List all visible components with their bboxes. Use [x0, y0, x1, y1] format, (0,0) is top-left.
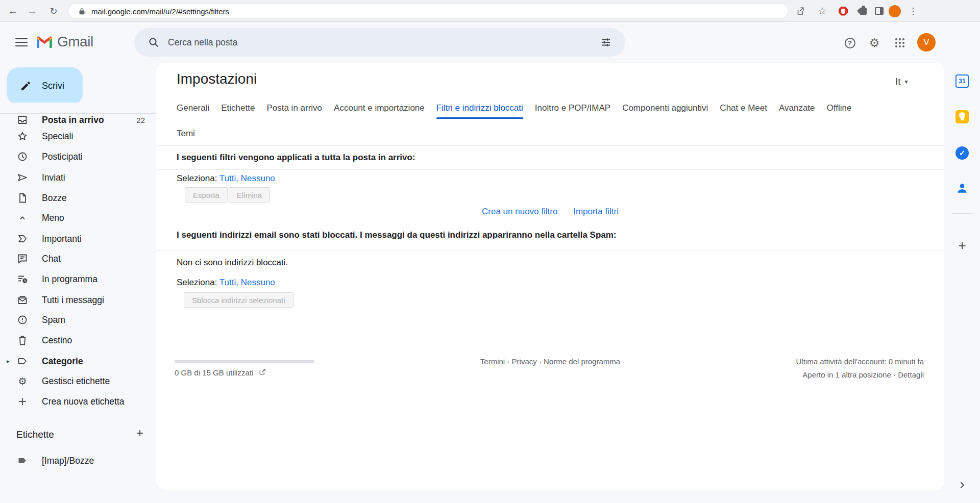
- storage-usage-text: 0 GB di 15 GB utilizzati: [175, 368, 253, 377]
- sidebar-item-snoozed[interactable]: Posticipati: [0, 146, 156, 167]
- settings-gear-icon[interactable]: ⚙: [868, 36, 881, 49]
- unblock-selected-button[interactable]: Sblocca indirizzi selezionati: [184, 292, 293, 308]
- sidebar-item-categories[interactable]: ▸ Categorie: [0, 351, 156, 371]
- sidebar-item-create-label[interactable]: + Crea nuova etichetta: [0, 391, 156, 412]
- browser-address-bar[interactable]: mail.google.com/mail/u/2/#settings/filte…: [68, 3, 789, 19]
- browser-toolbar: ← → ↻ mail.google.com/mail/u/2/#settings…: [0, 0, 980, 22]
- browser-reload-icon[interactable]: ↻: [46, 0, 61, 22]
- settings-tabs: Generali Etichette Posta in arrivo Accou…: [177, 97, 851, 119]
- share-icon[interactable]: [792, 0, 807, 22]
- lock-icon[interactable]: [78, 7, 86, 18]
- tab-offline[interactable]: Offline: [827, 97, 852, 119]
- sidebar-item-spam[interactable]: Spam: [0, 310, 156, 330]
- input-tools-button[interactable]: It ▾: [895, 76, 908, 87]
- search-filters-tune-icon[interactable]: [600, 36, 612, 51]
- browser-forward-icon[interactable]: →: [24, 0, 40, 22]
- tab-chat-e-meet[interactable]: Chat e Meet: [720, 97, 767, 119]
- draft-file-icon: [16, 192, 29, 204]
- select-none-link[interactable]: Nessuno: [241, 278, 275, 287]
- sidebar-item-less[interactable]: Meno: [0, 208, 156, 228]
- bookmark-star-icon[interactable]: ☆: [815, 0, 830, 22]
- tasks-icon[interactable]: ✓: [955, 146, 969, 160]
- tab-account-importazione[interactable]: Account e importazione: [334, 97, 425, 119]
- spam-report-icon: [16, 314, 29, 326]
- label-tag-icon: [16, 355, 29, 367]
- details-link[interactable]: Dettagli: [898, 370, 924, 379]
- terms-link[interactable]: Termini: [480, 357, 505, 366]
- main-menu-icon[interactable]: [15, 36, 28, 48]
- help-icon[interactable]: ?: [843, 36, 856, 49]
- side-panel-toggle-icon[interactable]: [871, 0, 887, 22]
- blocked-select-row: Seleziona: Tutti, Nessuno: [177, 278, 275, 288]
- sidebar: Scrivi Posta in arrivo 22 Speciali: [0, 63, 156, 503]
- tab-generali[interactable]: Generali: [177, 97, 209, 119]
- star-icon: [16, 130, 29, 142]
- search-bar: [134, 28, 625, 57]
- privacy-link[interactable]: Privacy: [512, 357, 537, 366]
- no-blocked-addresses-text: Non ci sono indirizzi bloccati.: [177, 258, 288, 268]
- tab-temi[interactable]: Temi: [177, 123, 195, 144]
- select-all-link[interactable]: Tutti,: [219, 278, 238, 287]
- keep-icon[interactable]: [955, 110, 969, 123]
- pencil-icon: [19, 80, 32, 92]
- inbox-icon: [16, 114, 29, 126]
- tab-avanzate[interactable]: Avanzate: [779, 97, 815, 119]
- sidebar-item-trash[interactable]: Cestino: [0, 330, 156, 350]
- sidebar-item-chat[interactable]: Chat: [0, 248, 156, 269]
- external-link-icon[interactable]: [258, 368, 266, 378]
- import-filters-link[interactable]: Importa filtri: [573, 207, 619, 216]
- create-filter-link[interactable]: Crea un nuovo filtro: [482, 207, 557, 216]
- tab-etichette[interactable]: Etichette: [221, 97, 255, 119]
- side-panel-collapse-chevron-icon[interactable]: [955, 479, 969, 492]
- tab-inoltro-pop-imap[interactable]: Inoltro e POP/IMAP: [535, 97, 610, 119]
- sidebar-item-scheduled[interactable]: In programma: [0, 269, 156, 289]
- delete-button[interactable]: Elimina: [229, 187, 270, 203]
- account-avatar[interactable]: V: [917, 33, 936, 52]
- export-button[interactable]: Esporta: [185, 187, 228, 203]
- gmail-logo-icon[interactable]: [36, 35, 53, 51]
- tab-filtri-indirizzi-bloccati[interactable]: Filtri e indirizzi bloccati: [436, 97, 523, 119]
- all-mail-envelope-icon: [16, 294, 29, 306]
- get-addons-plus-icon[interactable]: +: [955, 239, 969, 252]
- browser-menu-icon[interactable]: ⋮: [905, 0, 921, 22]
- extensions-puzzle-icon[interactable]: [855, 0, 871, 22]
- clock-icon: [16, 150, 29, 163]
- filter-action-links: Crea un nuovo filtro Importa filtri: [156, 207, 944, 217]
- sidebar-item-drafts[interactable]: Bozze: [0, 188, 156, 208]
- program-policies-link[interactable]: Norme del programma: [544, 357, 620, 366]
- active-tab-underline: [436, 117, 523, 119]
- tab-posta-in-arrivo[interactable]: Posta in arrivo: [266, 97, 322, 119]
- search-input[interactable]: [168, 28, 576, 57]
- select-all-link[interactable]: Tutti,: [219, 173, 238, 183]
- adblock-extension-icon[interactable]: [836, 0, 851, 22]
- google-apps-grid-icon[interactable]: [893, 36, 906, 49]
- compose-label: Scrivi: [42, 81, 64, 91]
- sidebar-scroll-cover: [0, 103, 156, 113]
- contacts-icon[interactable]: [955, 182, 969, 195]
- last-account-activity: Ultima attività dell'account: 0 minuti f…: [796, 357, 924, 366]
- filters-select-row: Seleziona: Tutti, Nessuno: [177, 173, 275, 184]
- sidebar-item-starred[interactable]: Speciali: [0, 126, 156, 146]
- browser-profile-avatar[interactable]: [887, 0, 902, 22]
- send-icon: [16, 171, 29, 184]
- expand-caret-icon[interactable]: ▸: [7, 358, 10, 365]
- gmail-settings-screen: ← → ↻ mail.google.com/mail/u/2/#settings…: [0, 0, 980, 503]
- sidebar-item-important[interactable]: Importanti: [0, 229, 156, 249]
- compose-button[interactable]: Scrivi: [7, 67, 83, 105]
- tab-componenti-aggiuntivi[interactable]: Componenti aggiuntivi: [622, 97, 708, 119]
- sidebar-item-all-mail[interactable]: Tutti i messaggi: [0, 290, 156, 310]
- sidebar-item-manage-labels[interactable]: ⚙ Gestisci etichette: [0, 371, 156, 391]
- chevron-down-icon: ▾: [905, 78, 908, 85]
- select-label: Seleziona:: [177, 173, 217, 183]
- label-filled-icon: [16, 455, 29, 467]
- calendar-icon[interactable]: 31: [955, 74, 969, 88]
- browser-back-icon[interactable]: ←: [5, 0, 20, 22]
- sidebar-item-imap-bozze[interactable]: [Imap]/Bozze: [0, 450, 156, 471]
- select-none-link[interactable]: Nessuno: [241, 173, 275, 183]
- add-label-plus-icon[interactable]: +: [133, 426, 147, 440]
- url-text: mail.google.com/mail/u/2/#settings/filte…: [91, 7, 229, 16]
- sidebar-item-sent[interactable]: Inviati: [0, 167, 156, 188]
- gmail-wordmark[interactable]: Gmail: [57, 34, 93, 50]
- search-icon[interactable]: [148, 36, 160, 51]
- divider: [156, 169, 944, 170]
